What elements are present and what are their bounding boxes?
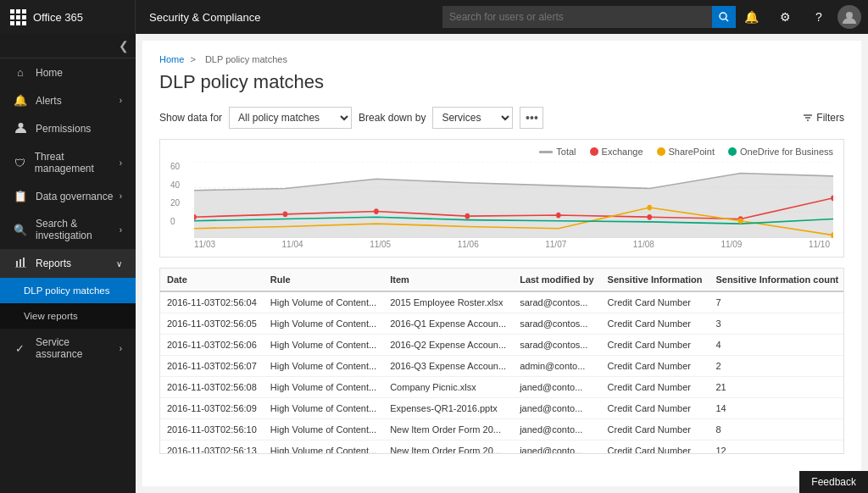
cell-rule: High Volume of Content... [264, 313, 383, 335]
cell-sensitive-info: Credit Card Number [601, 335, 709, 356]
cell-modified-by: sarad@contos... [513, 291, 600, 313]
cell-sensitive-info: Credit Card Number [601, 440, 709, 455]
sidebar-item-service-assurance[interactable]: ✓ Service assurance › [0, 329, 136, 368]
sidebar-item-permissions[interactable]: Permissions [0, 114, 136, 143]
exchange-dot-2 [374, 208, 379, 214]
topbar-title: Security & Compliance [136, 11, 442, 24]
sidebar-collapse-btn[interactable]: ❮ [119, 39, 129, 53]
legend-exchange-label: Exchange [602, 147, 643, 157]
col-sensitive-info: Sensitive Information [601, 269, 709, 291]
table-row[interactable]: 2016-11-03T02:56:13 High Volume of Conte… [160, 440, 844, 455]
filter-icon [803, 113, 813, 123]
chart-svg-container [194, 162, 833, 238]
cell-date: 2016-11-03T02:56:13 [160, 440, 264, 455]
sidebar-item-home-label: Home [36, 67, 63, 79]
x-label-1108: 11/08 [633, 240, 654, 249]
more-options-button[interactable]: ••• [520, 107, 543, 129]
filters-row: Show data for All policy matches Break d… [159, 107, 844, 129]
sidebar-item-home[interactable]: ⌂ Home [0, 58, 136, 86]
view-reports-label: View reports [24, 311, 78, 321]
data-table: Date Rule Item Last modified by Sensitiv… [160, 269, 844, 454]
cell-item: 2016-Q1 Expense Accoun... [383, 313, 513, 335]
cell-sensitive-count: 8 [709, 419, 844, 440]
sidebar-collapse: ❮ [0, 34, 136, 58]
sidebar-item-search-investigation[interactable]: 🔍 Search & investigation › [0, 210, 136, 249]
svg-line-1 [726, 19, 728, 21]
sidebar-item-data-governance[interactable]: 📋 Data governance › [0, 182, 136, 210]
reports-icon [14, 257, 27, 270]
cell-rule: High Volume of Content... [264, 356, 383, 377]
cell-sensitive-info: Credit Card Number [601, 313, 709, 335]
waffle-icon[interactable] [10, 9, 26, 25]
legend-sharepoint: SharePoint [657, 147, 715, 157]
cell-item: Expenses-QR1-2016.pptx [383, 398, 513, 419]
cell-date: 2016-11-03T02:56:04 [160, 291, 264, 313]
y-label-20: 20 [170, 198, 194, 208]
table-row[interactable]: 2016-11-03T02:56:09 High Volume of Conte… [160, 398, 844, 419]
policy-select[interactable]: All policy matches [229, 107, 352, 129]
cell-rule: High Volume of Content... [264, 419, 383, 440]
svg-rect-6 [23, 258, 25, 267]
sidebar-item-reports-label: Reports [36, 258, 71, 269]
x-label-1106: 11/06 [458, 240, 479, 249]
sidebar-item-data-gov-label: Data governance [36, 191, 113, 202]
sidebar-item-service-assurance-label: Service assurance [36, 336, 120, 360]
filters-button[interactable]: Filters [803, 112, 844, 124]
sidebar-item-reports[interactable]: Reports ∨ [0, 249, 136, 278]
exchange-dot-3 [465, 213, 470, 219]
table-row[interactable]: 2016-11-03T02:56:10 High Volume of Conte… [160, 419, 844, 440]
y-label-40: 40 [170, 180, 194, 190]
table-row[interactable]: 2016-11-03T02:56:06 High Volume of Conte… [160, 335, 844, 356]
services-select[interactable]: Services [432, 107, 513, 129]
sidebar-item-alerts[interactable]: 🔔 Alerts › [0, 86, 136, 114]
sidebar-item-view-reports[interactable]: View reports [0, 303, 136, 329]
sidebar-item-threat-management[interactable]: 🛡 Threat management › [0, 143, 136, 182]
sidebar-item-alerts-label: Alerts [36, 95, 62, 107]
threat-chevron-icon: › [120, 158, 122, 168]
total-area [194, 174, 833, 239]
help-button[interactable]: ? [804, 2, 834, 32]
table-row[interactable]: 2016-11-03T02:56:08 High Volume of Conte… [160, 377, 844, 398]
home-icon: ⌂ [14, 66, 27, 79]
content-area: Home > DLP policy matches DLP policy mat… [136, 34, 868, 493]
y-label-60: 60 [170, 162, 194, 171]
x-label-1110: 11/10 [809, 240, 830, 249]
legend-onedrive-label: OneDrive for Business [740, 147, 833, 157]
legend-sharepoint-label: SharePoint [669, 147, 715, 157]
table-row[interactable]: 2016-11-03T02:56:07 High Volume of Conte… [160, 356, 844, 377]
sharepoint-dot-6 [738, 218, 743, 224]
exchange-dot-4 [556, 213, 561, 219]
show-data-label: Show data for [159, 112, 222, 124]
breadcrumb-separator: > [190, 54, 195, 64]
threat-icon: 🛡 [14, 157, 26, 169]
topbar-logo-text: Office 365 [33, 11, 83, 24]
settings-button[interactable]: ⚙ [770, 2, 800, 32]
search-input[interactable] [442, 6, 712, 28]
legend-onedrive: OneDrive for Business [728, 147, 833, 157]
reports-chevron-icon: ∨ [116, 259, 122, 269]
sharepoint-legend-dot [657, 147, 665, 156]
table-row[interactable]: 2016-11-03T02:56:05 High Volume of Conte… [160, 313, 844, 335]
feedback-button[interactable]: Feedback [799, 471, 868, 493]
chart-area: Total Exchange SharePoint OneDrive for B… [159, 139, 844, 258]
search-button[interactable] [712, 6, 736, 28]
breadcrumb-home[interactable]: Home [159, 54, 184, 64]
topbar-search-area [442, 6, 736, 28]
sidebar: ❮ ⌂ Home 🔔 Alerts › Permissions 🛡 Threat… [0, 34, 136, 493]
alerts-icon: 🔔 [14, 94, 27, 107]
cell-rule: High Volume of Content... [264, 291, 383, 313]
table-row[interactable]: 2016-11-03T02:56:04 High Volume of Conte… [160, 291, 844, 313]
sidebar-item-permissions-label: Permissions [36, 123, 91, 135]
svg-point-0 [720, 13, 726, 19]
sidebar-item-dlp-policy-matches[interactable]: DLP policy matches [0, 278, 136, 303]
notifications-button[interactable]: 🔔 [736, 2, 766, 32]
cell-item: New Item Order Form 20... [383, 419, 513, 440]
x-axis: 11/03 11/04 11/05 11/06 11/07 11/08 11/0… [170, 240, 833, 249]
filters-label: Filters [816, 112, 844, 124]
svg-rect-4 [16, 261, 18, 267]
cell-sensitive-count: 2 [709, 356, 844, 377]
x-label-1109: 11/09 [721, 240, 742, 249]
avatar[interactable] [837, 5, 861, 29]
permissions-icon [14, 122, 27, 136]
cell-item: 2016-Q3 Expense Accoun... [383, 356, 513, 377]
